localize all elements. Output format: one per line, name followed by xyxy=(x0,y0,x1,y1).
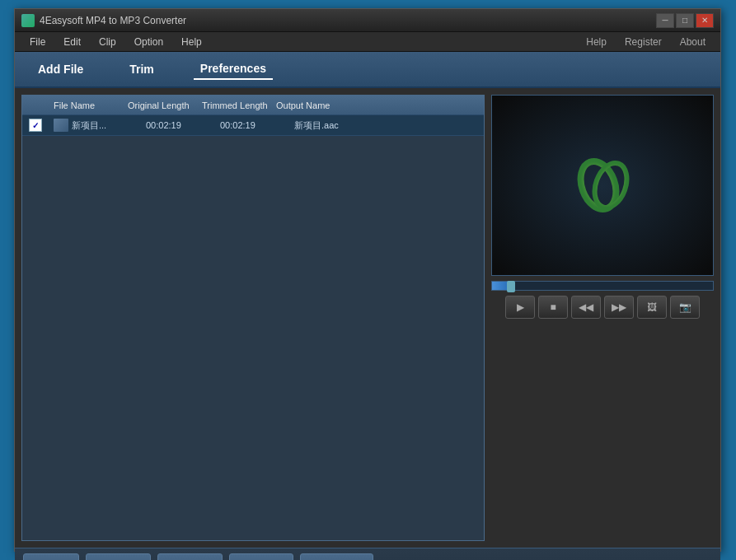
file-type-icon xyxy=(54,119,68,132)
col-header-out: Output Name xyxy=(276,100,375,110)
menu-bar: File Edit Clip Option Help Help Register… xyxy=(15,32,720,52)
toolbar-trim[interactable]: Trim xyxy=(123,59,161,79)
close-button[interactable]: ✕ xyxy=(696,13,714,28)
play-button[interactable]: ▶ xyxy=(505,296,535,319)
progress-bar[interactable] xyxy=(491,281,714,291)
table-row[interactable]: ✓ 新项目... 00:02:19 00:02:19 新项目.aac xyxy=(22,115,484,136)
app-icon xyxy=(21,14,35,27)
file-panel: File Name Original Length Trimmed Length… xyxy=(21,95,485,541)
rewind-button[interactable]: ◀◀ xyxy=(571,296,601,319)
restore-button[interactable]: □ xyxy=(676,13,694,28)
toolbar-preferences[interactable]: Preferences xyxy=(194,58,273,80)
menu-clip[interactable]: Clip xyxy=(91,34,124,50)
original-length-cell: 00:02:19 xyxy=(146,120,220,130)
file-checkbox[interactable]: ✓ xyxy=(29,119,42,132)
properties-button[interactable]: Properties xyxy=(300,553,373,560)
output-name-cell: 新项目.aac xyxy=(294,119,393,132)
clear-all-button[interactable]: Clear all xyxy=(229,553,293,560)
forward-button[interactable]: ▶▶ xyxy=(604,296,634,319)
toolbar: Add File Trim Preferences xyxy=(15,52,720,88)
progress-handle[interactable] xyxy=(507,281,515,292)
checkbox-check-icon: ✓ xyxy=(32,121,39,130)
menu-help[interactable]: Help xyxy=(173,34,210,50)
main-content: File Name Original Length Trimmed Length… xyxy=(15,88,720,548)
preview-video xyxy=(491,95,714,276)
preview-panel: ▶ ■ ◀◀ ▶▶ 🖼 📷 xyxy=(491,95,714,541)
menu-file[interactable]: File xyxy=(21,34,54,50)
title-bar-left: 4Easysoft MP4 to MP3 Converter xyxy=(21,14,186,27)
screenshot-button[interactable]: 🖼 xyxy=(637,296,667,319)
window-title: 4Easysoft MP4 to MP3 Converter xyxy=(40,15,186,26)
action-buttons: Merge Rename Remove Clear all Properties xyxy=(23,553,712,560)
menu-option[interactable]: Option xyxy=(126,34,171,50)
col-header-orig: Original Length xyxy=(128,100,202,110)
window-controls: ─ □ ✕ xyxy=(656,13,714,28)
menu-edit[interactable]: Edit xyxy=(55,34,89,50)
title-bar: 4Easysoft MP4 to MP3 Converter ─ □ ✕ xyxy=(15,9,720,32)
progress-fill xyxy=(492,282,509,290)
col-header-name: File Name xyxy=(54,100,128,110)
stop-button[interactable]: ■ xyxy=(538,296,568,319)
file-list-body: ✓ 新项目... 00:02:19 00:02:19 新项目.aac xyxy=(22,115,484,540)
col-header-trim: Trimmed Length xyxy=(202,100,276,110)
file-name-cell: 新项目... xyxy=(72,119,146,132)
trimmed-length-cell: 00:02:19 xyxy=(220,120,294,130)
camera-button[interactable]: 📷 xyxy=(670,296,700,319)
preview-logo xyxy=(570,152,635,218)
rename-button[interactable]: Rename xyxy=(86,553,151,560)
nav-help[interactable]: Help xyxy=(578,34,615,50)
file-table-header: File Name Original Length Trimmed Length… xyxy=(22,96,484,115)
minimize-button[interactable]: ─ xyxy=(656,13,674,28)
toolbar-add-file[interactable]: Add File xyxy=(31,59,90,79)
bottom-bar: Merge Rename Remove Clear all Properties… xyxy=(15,548,720,560)
nav-about[interactable]: About xyxy=(672,34,714,50)
remove-button[interactable]: Remove xyxy=(157,553,223,560)
preview-controls: ▶ ■ ◀◀ ▶▶ 🖼 📷 xyxy=(491,296,714,319)
svg-point-1 xyxy=(589,159,633,212)
nav-register[interactable]: Register xyxy=(616,34,670,50)
merge-button[interactable]: Merge xyxy=(23,553,79,560)
main-window: 4Easysoft MP4 to MP3 Converter ─ □ ✕ Fil… xyxy=(14,8,721,552)
